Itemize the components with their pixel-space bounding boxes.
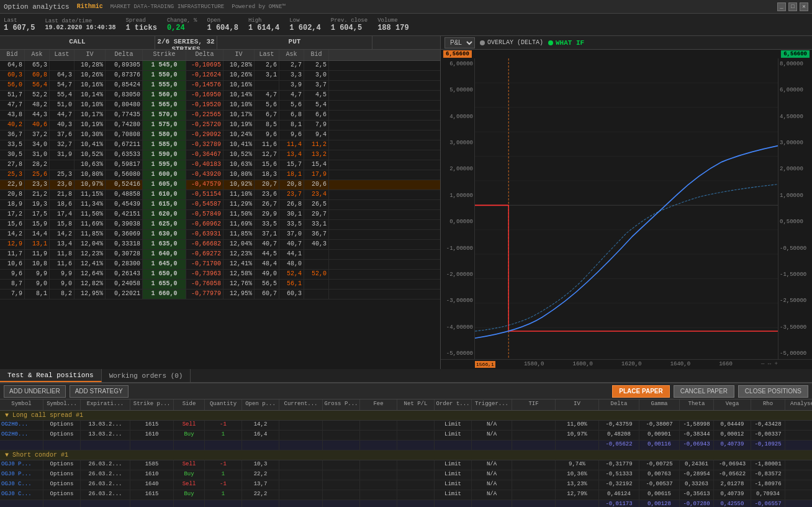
summary-vega: 0,42550	[714, 500, 751, 507]
option-row[interactable]: 8,7 9,0 9,0 12,82% 0,24058 1 655,0 -0,76…	[0, 280, 440, 290]
put-iv: 12,41%	[223, 260, 255, 269]
summary-empty-9	[360, 500, 397, 507]
option-row[interactable]: 25,3 25,6 25,3 10,80% 0,56080 1 600,0 -0…	[0, 170, 440, 180]
call-ask: 56,4	[25, 81, 50, 90]
option-row[interactable]: 14,2 14,4 14,2 11,85% 0,36069 1 630,0 -0…	[0, 230, 440, 240]
option-row[interactable]: 64,8 65,3 10,28% 0,89305 1 545,0 -0,1069…	[0, 61, 440, 71]
strike: 1 640,0	[143, 250, 186, 259]
put-iv: 10,28%	[223, 61, 255, 70]
position-row: OG2H0... Options 13.03.2... 1610 Buy 1 1…	[0, 431, 812, 441]
pos-fee	[360, 480, 397, 490]
put-delta: -0,57849	[186, 210, 223, 219]
option-row[interactable]: 40,2 40,6 40,3 10,19% 0,74280 1 575,0 -0…	[0, 121, 440, 130]
pos-analyse	[785, 460, 812, 470]
position-col-headers: Symbol Symbol... Expirati... Strike p...…	[0, 400, 812, 411]
pos-analyse	[785, 470, 812, 480]
call-ask: 10,8	[25, 260, 50, 269]
option-row[interactable]: 33,5 34,0 32,7 10,41% 0,67211 1 585,0 -0…	[0, 140, 440, 150]
position-summary-row: -0,011730,00128-0,072800,42550-0,06557	[0, 500, 812, 507]
option-row[interactable]: 9,6 9,9 9,9 12,64% 0,26143 1 650,0 -0,73…	[0, 270, 440, 280]
put-ask: 40,7	[279, 240, 304, 249]
pos-strike: 1615	[130, 490, 174, 500]
call-iv: 12,04%	[74, 240, 106, 249]
pnl-dropdown[interactable]: P&L	[444, 37, 475, 48]
pos-open: 22,2	[242, 490, 279, 500]
pos-tif	[512, 470, 556, 480]
add-underlier-button[interactable]: ADD UNDERLIER	[4, 385, 66, 398]
call-delta: 0,45439	[106, 200, 143, 209]
call-ask: 11,9	[25, 250, 50, 259]
option-row[interactable]: 18,9 19,3 18,6 11,34% 0,45439 1 615,0 -0…	[0, 200, 440, 210]
summary-rho: -0,10925	[751, 441, 785, 450]
option-row[interactable]: 15,6 15,9 15,8 11,69% 0,39038 1 625,0 -0…	[0, 220, 440, 230]
market-open: Open 1 604,8	[207, 17, 238, 32]
col-bid-call: Bid	[0, 50, 25, 60]
option-row[interactable]: 27,8 28,2 10,63% 0,59817 1 595,0 -0,4018…	[0, 160, 440, 170]
market-datetime: Last date/time 19.02.2020 16:40:38	[45, 18, 115, 31]
maximize-button[interactable]: □	[788, 2, 797, 11]
put-bid	[304, 260, 329, 269]
positions-table: ▼ Long call spread #1 OG2H0... Options 1…	[0, 411, 812, 507]
tab-working-orders[interactable]: Working orders (0)	[102, 369, 191, 382]
put-delta: -0,10695	[186, 61, 223, 70]
pos-gamma: -0,38007	[639, 421, 680, 430]
cancel-paper-button[interactable]: CANCEL PAPER	[674, 385, 734, 398]
put-ask: 23,7	[279, 190, 304, 199]
option-row[interactable]: 17,2 17,5 17,4 11,50% 0,42151 1 620,0 -0…	[0, 210, 440, 220]
option-row[interactable]: 20,8 21,2 21,8 11,15% 0,48858 1 610,0 -0…	[0, 190, 440, 200]
option-row[interactable]: 22,9 23,3 23,0 10,97% 0,52416 1 605,0 -0…	[0, 180, 440, 190]
summary-empty-9	[360, 441, 397, 450]
tab-test-real[interactable]: Test & Real positions	[0, 369, 102, 382]
option-row[interactable]: 47,7 48,2 51,0 10,10% 0,80480 1 565,0 -0…	[0, 101, 440, 111]
add-strategy-button[interactable]: ADD STRATEGY	[70, 385, 129, 398]
option-row[interactable]: 11,7 11,9 11,8 12,23% 0,30728 1 640,0 -0…	[0, 250, 440, 260]
powered-by: Powered by OMNE™	[232, 4, 285, 10]
call-bid: 51,7	[0, 91, 25, 100]
close-positions-button[interactable]: CLOSE POSITIONS	[738, 385, 808, 398]
pos-vega: 2,01278	[714, 480, 751, 490]
option-row[interactable]: 56,0 56,4 54,7 10,16% 0,85424 1 555,0 -0…	[0, 81, 440, 91]
option-row[interactable]: 43,8 44,3 44,7 10,17% 0,77435 1 570,0 -0…	[0, 111, 440, 121]
col-last-put: Last	[255, 50, 279, 60]
pos-analyse	[785, 421, 812, 430]
option-row[interactable]: 12,9 13,1 13,4 12,04% 0,33318 1 635,0 -0…	[0, 240, 440, 250]
pos-theta: -1,58998	[680, 421, 714, 430]
put-last: 6,7	[255, 111, 279, 120]
pos-theta: -0,35613	[680, 490, 714, 500]
option-row[interactable]: 7,9 8,1 8,2 12,95% 0,22021 1 660,0 -0,77…	[0, 290, 440, 299]
option-row[interactable]: 60,3 60,8 64,3 10,26% 0,87376 1 550,0 -0…	[0, 71, 440, 81]
put-delta: -0,54587	[186, 200, 223, 209]
pos-order: Limit	[435, 470, 472, 480]
call-delta: 0,67211	[106, 140, 143, 150]
put-bid: 36,7	[304, 230, 329, 239]
window-controls: _ □ ✕	[777, 2, 808, 11]
call-last: 13,4	[50, 240, 74, 249]
call-iv: 10,28%	[74, 61, 106, 70]
col-last-call: Last	[50, 50, 74, 60]
summary-empty-12	[472, 500, 512, 507]
put-iv: 10,80%	[223, 170, 255, 180]
option-row[interactable]: 30,5 31,0 31,9 10,52% 0,63533 1 590,0 -0…	[0, 150, 440, 160]
pos-trigger: N/A	[472, 470, 512, 480]
option-row[interactable]: 10,6 10,8 11,6 12,41% 0,28300 1 645,0 -0…	[0, 260, 440, 270]
call-iv: 10,10%	[74, 101, 106, 110]
call-delta: 0,83050	[106, 91, 143, 100]
pos-sym1: OGJ0 C...	[0, 490, 43, 500]
pos-sym1: OGJ0 P...	[0, 470, 43, 480]
call-delta: 0,77435	[106, 111, 143, 120]
put-last: 12,7	[255, 150, 279, 160]
close-button[interactable]: ✕	[800, 2, 808, 11]
option-row[interactable]: 51,7 52,2 55,4 10,14% 0,83050 1 560,0 -0…	[0, 91, 440, 101]
pos-trigger: N/A	[472, 421, 512, 430]
call-ask: 28,2	[25, 160, 50, 170]
call-ask: 37,2	[25, 130, 50, 140]
put-last: 23,6	[255, 190, 279, 199]
call-iv: 11,50%	[74, 210, 106, 219]
option-row[interactable]: 36,7 37,2 37,6 10,30% 0,70808 1 580,0 -0…	[0, 130, 440, 140]
call-iv: 12,82%	[74, 280, 106, 289]
pos-col-side: Side	[174, 400, 205, 410]
put-last: 9,6	[255, 130, 279, 140]
call-last: 37,6	[50, 130, 74, 140]
place-paper-button[interactable]: PLACE PAPER	[612, 385, 669, 398]
minimize-button[interactable]: _	[777, 2, 786, 11]
